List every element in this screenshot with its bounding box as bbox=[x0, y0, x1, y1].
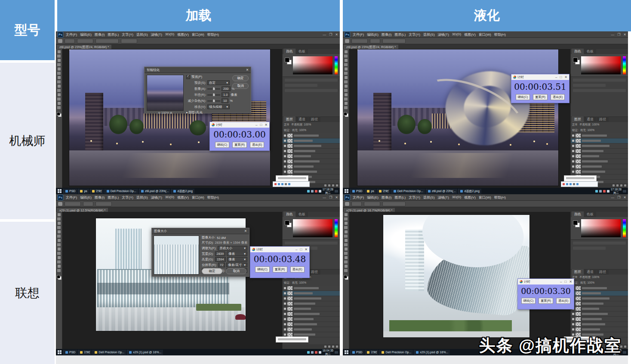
close-button[interactable]: ✕ bbox=[335, 33, 338, 37]
tool-icon[interactable] bbox=[344, 89, 348, 92]
radius-slider[interactable] bbox=[207, 95, 220, 95]
layer-row[interactable] bbox=[283, 296, 340, 301]
fit-select[interactable]: 原稿大小▾ bbox=[218, 246, 247, 251]
menu-item[interactable]: 文字(Y) bbox=[409, 195, 420, 200]
options-control[interactable] bbox=[364, 202, 380, 206]
taskbar-item[interactable]: PSD bbox=[350, 189, 364, 194]
layer-visibility-icon[interactable] bbox=[284, 292, 286, 294]
menu-item[interactable]: 文件(F) bbox=[66, 195, 77, 200]
layer-row[interactable] bbox=[571, 133, 628, 138]
tool-icon[interactable] bbox=[344, 260, 348, 263]
layer-visibility-icon[interactable] bbox=[284, 318, 286, 320]
layer-visibility-icon[interactable] bbox=[284, 171, 286, 173]
blend-mode-select[interactable]: 正常 bbox=[572, 123, 578, 127]
menu-item[interactable]: 选择(S) bbox=[423, 195, 435, 200]
noise-value[interactable]: 10 bbox=[222, 98, 228, 103]
menu-item[interactable]: 3D(D) bbox=[452, 32, 461, 37]
timer-reset-button[interactable]: 重置(R) bbox=[232, 142, 247, 148]
close-button[interactable]: ✕ bbox=[335, 196, 338, 199]
tool-icon[interactable] bbox=[57, 72, 61, 75]
tool-icon[interactable] bbox=[57, 80, 61, 83]
timer-maximize[interactable]: □ bbox=[564, 280, 566, 284]
timer-close[interactable]: ✕ bbox=[265, 123, 268, 127]
menu-item[interactable]: 窗口(W) bbox=[192, 195, 204, 200]
hue-strip[interactable] bbox=[623, 219, 626, 237]
tool-icon[interactable] bbox=[345, 248, 348, 251]
panel-tab[interactable]: 颜色 bbox=[572, 211, 584, 217]
height-input[interactable]: 1594 bbox=[215, 257, 226, 262]
panel-tab[interactable]: 路径 bbox=[597, 116, 609, 122]
menu-item[interactable]: 文件(F) bbox=[66, 32, 77, 37]
taskbar-item[interactable]: x29 (1).psd @ 16%... bbox=[127, 350, 163, 355]
opacity-field[interactable]: 不透明度: 100% bbox=[579, 275, 599, 279]
tool-icon[interactable] bbox=[344, 252, 348, 255]
layer-row[interactable] bbox=[571, 327, 628, 332]
taskbar-item[interactable]: Dell Precision Op... bbox=[92, 350, 126, 355]
tool-icon[interactable] bbox=[58, 202, 62, 206]
timer-close[interactable]: ✕ bbox=[564, 75, 567, 79]
tool-icon[interactable] bbox=[57, 55, 61, 58]
timer-continue-button[interactable]: 继续(C) bbox=[215, 142, 230, 148]
minimize-button[interactable]: — bbox=[611, 196, 614, 199]
minimize-button[interactable]: — bbox=[611, 33, 614, 37]
fill-field[interactable]: 填充: 100% bbox=[580, 281, 594, 285]
close-button[interactable]: ✕ bbox=[623, 33, 626, 37]
options-control[interactable] bbox=[95, 202, 112, 206]
tool-icon[interactable] bbox=[58, 256, 61, 259]
tool-icon[interactable] bbox=[344, 55, 348, 58]
clock[interactable]: 16:04:35周二 bbox=[323, 349, 333, 355]
menu-item[interactable]: 文字(Y) bbox=[122, 195, 133, 200]
tool-icon[interactable] bbox=[58, 59, 61, 62]
layer-visibility-icon[interactable] bbox=[572, 145, 574, 147]
layer-row[interactable] bbox=[571, 306, 628, 312]
tool-icon[interactable] bbox=[345, 265, 348, 268]
dialog-close-icon[interactable]: ✕ bbox=[246, 68, 249, 72]
layer-visibility-icon[interactable] bbox=[284, 297, 286, 300]
menu-item[interactable]: 文字(Y) bbox=[122, 32, 133, 37]
taskbar-item[interactable]: PSD bbox=[63, 350, 77, 355]
foreground-color-chip[interactable] bbox=[573, 58, 578, 62]
menu-item[interactable]: 图层(L) bbox=[108, 32, 119, 37]
preset-select[interactable]: 自定▾ bbox=[207, 80, 230, 85]
layer-row[interactable] bbox=[571, 322, 628, 327]
tool-icon[interactable] bbox=[345, 93, 348, 96]
timer-exit-button[interactable]: 退出(E) bbox=[556, 298, 570, 304]
timer-close[interactable]: ✕ bbox=[569, 280, 572, 284]
options-control[interactable] bbox=[382, 202, 406, 206]
foreground-color-chip[interactable] bbox=[573, 220, 578, 225]
color-gradient-field[interactable] bbox=[293, 56, 332, 74]
timer-reset-button[interactable]: 重置(R) bbox=[539, 298, 553, 304]
panel-tab[interactable]: 通道 bbox=[296, 116, 308, 122]
tool-icon[interactable] bbox=[344, 106, 348, 109]
start-button[interactable] bbox=[345, 189, 348, 193]
layer-visibility-icon[interactable] bbox=[572, 323, 574, 325]
tool-icon[interactable] bbox=[58, 265, 61, 268]
color-gradient-field[interactable] bbox=[293, 219, 332, 237]
tool-icon[interactable] bbox=[345, 256, 348, 259]
tool-icon[interactable] bbox=[57, 269, 61, 272]
notification-center-icon[interactable] bbox=[623, 190, 626, 193]
preview-zoom-level[interactable]: ⊖ 100% ⊕ bbox=[147, 111, 183, 115]
timer-maximize[interactable]: □ bbox=[260, 123, 262, 127]
menu-item[interactable]: 图像(I) bbox=[95, 195, 105, 200]
options-control[interactable] bbox=[65, 39, 75, 43]
timer-exit-button[interactable]: 退出(E) bbox=[290, 266, 305, 272]
layer-row[interactable] bbox=[571, 296, 628, 301]
shadows-highlights-toggle[interactable]: ▸ 阴影/高光 bbox=[186, 110, 203, 115]
menu-item[interactable]: 3D(D) bbox=[165, 195, 174, 200]
foreground-color-chip[interactable] bbox=[285, 58, 289, 62]
menu-item[interactable]: 文件(F) bbox=[353, 32, 364, 37]
fill-field[interactable]: 填充: 100% bbox=[292, 281, 306, 285]
tools-panel[interactable] bbox=[56, 212, 62, 349]
tool-icon[interactable] bbox=[344, 63, 348, 66]
tool-icon[interactable] bbox=[57, 226, 61, 229]
fill-field[interactable]: 填充: 100% bbox=[580, 128, 594, 132]
menu-item[interactable]: 滤镜(T) bbox=[151, 32, 162, 37]
tool-icon[interactable] bbox=[57, 98, 61, 101]
resolution-unit-select[interactable]: 像素/英寸▾ bbox=[226, 263, 247, 267]
menu-item[interactable]: 编辑(E) bbox=[80, 195, 92, 200]
timer-minimize[interactable]: – bbox=[255, 123, 257, 127]
menu-item[interactable]: 3D(D) bbox=[165, 32, 174, 37]
menu-item[interactable]: 编辑(E) bbox=[80, 32, 92, 37]
panel-tab[interactable]: 图层 bbox=[572, 116, 584, 122]
